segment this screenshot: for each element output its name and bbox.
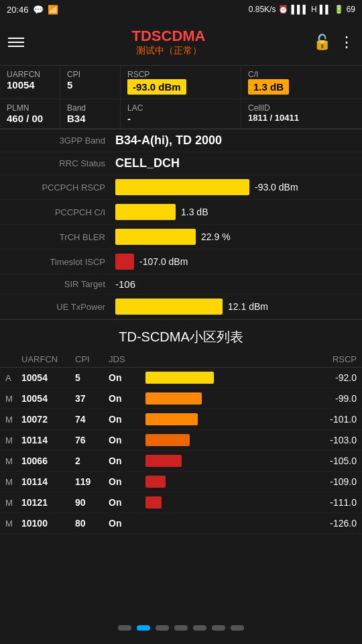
row-type: M <box>5 477 21 487</box>
table-row: M 10072 74 On -101.0 <box>0 409 362 430</box>
signal-icon: 📶 <box>48 5 58 15</box>
pccpch-rscp-bar <box>115 179 249 195</box>
row-cpi: 76 <box>75 435 109 445</box>
uarfcn-label: UARFCN <box>7 70 53 79</box>
cell-list-title: TD-SCDMA小区列表 <box>0 320 362 352</box>
page-dot-5[interactable] <box>193 625 206 631</box>
row-type: A <box>5 373 21 383</box>
row-cpi: 119 <box>75 476 109 487</box>
table-row: M 10121 90 On -111.0 <box>0 492 362 513</box>
timeslot-row: Timeslot ISCP -107.0 dBm <box>0 250 362 274</box>
plmn-value: 460 / 00 <box>7 113 53 124</box>
lac-value: - <box>127 113 234 124</box>
band-value: B34 <box>67 113 113 124</box>
table-row: M 10114 119 On -109.0 <box>0 472 362 492</box>
page-dot-6[interactable] <box>212 625 225 631</box>
battery-icon: 🔋 <box>334 5 344 14</box>
row-cpi: 90 <box>75 497 109 508</box>
row-uarfcn: 10121 <box>21 497 75 508</box>
page-dot-2[interactable] <box>137 625 150 631</box>
row-bar-container <box>145 434 310 446</box>
row-bar <box>145 372 214 384</box>
battery-level: 69 <box>347 5 355 14</box>
pccpch-rscp-bar-container: -93.0 dBm <box>115 179 354 195</box>
row-bar <box>145 413 198 425</box>
row-uarfcn: 10100 <box>21 518 75 529</box>
row-uarfcn: 10072 <box>21 414 75 425</box>
row-bar-container <box>145 496 310 508</box>
page-dot-7[interactable] <box>231 625 244 631</box>
trch-row: TrCH BLER 22.9 % <box>0 225 362 250</box>
row-jds: On <box>109 476 145 487</box>
status-left: 20:46 💬 📶 <box>7 5 58 15</box>
rrc-detail-value: CELL_DCH <box>115 156 354 170</box>
row-rscp: -111.0 <box>310 497 357 508</box>
hamburger-menu[interactable] <box>8 38 24 47</box>
timeslot-bar <box>115 254 134 270</box>
row-type: M <box>5 415 21 425</box>
table-row: M 10054 37 On -99.0 <box>0 388 362 409</box>
row-uarfcn: 10054 <box>21 393 75 404</box>
col-jds: JDS <box>109 354 145 364</box>
table-row: M 10066 2 On -105.0 <box>0 451 362 472</box>
timeslot-bar-container: -107.0 dBm <box>115 254 354 270</box>
sir-row: SIR Target -106 <box>0 274 362 294</box>
row-rscp: -92.0 <box>310 372 357 383</box>
rrc-detail-label: RRC Status <box>8 158 115 168</box>
ci-value: 1.3 dB <box>248 79 289 95</box>
row-jds: On <box>109 414 145 425</box>
rscp-value: -93.0 dBm <box>127 79 186 95</box>
lac-cell: LAC - <box>121 99 241 128</box>
pagination <box>0 625 362 631</box>
cpi-cell: CPI 5 <box>60 66 121 99</box>
row-type: M <box>5 456 21 466</box>
band-cell: Band B34 <box>60 99 121 128</box>
page-dot-3[interactable] <box>156 625 169 631</box>
rscp-label: RSCP <box>127 70 234 79</box>
row-type: M <box>5 519 21 529</box>
trch-label: TrCH BLER <box>8 232 115 242</box>
status-bar: 20:46 💬 📶 0.85K/s ⏰ ▌▌▌ H ▌▌ 🔋 69 <box>0 0 362 19</box>
plmn-cell: PLMN 460 / 00 <box>0 99 60 128</box>
row-type: M <box>5 394 21 404</box>
row-bar-container <box>145 476 310 488</box>
page-dot-1[interactable] <box>118 625 131 631</box>
app-title: TDSCDMA <box>132 28 206 45</box>
sir-label: SIR Target <box>8 279 115 289</box>
trch-bar <box>115 229 196 245</box>
cell-rows-container: A 10054 5 On -92.0 M 10054 37 On -99.0 M… <box>0 368 362 534</box>
row-cpi: 5 <box>75 372 109 383</box>
network-speed: 0.85K/s <box>249 5 276 14</box>
timeslot-value: -107.0 dBm <box>139 256 188 267</box>
row-rscp: -101.0 <box>310 414 357 425</box>
row-cpi: 74 <box>75 414 109 425</box>
detail-section: 3GPP Band B34-A(hi), TD 2000 RRC Status … <box>0 129 362 320</box>
status-time: 20:46 <box>7 5 29 15</box>
trch-value: 22.9 % <box>201 231 231 242</box>
row-bar-container <box>145 517 310 529</box>
top-info-grid: UARFCN 10054 CPI 5 RSCP -93.0 dBm C/I 1.… <box>0 66 362 129</box>
row-jds: On <box>109 372 145 383</box>
ue-value: 12.1 dBm <box>228 301 268 312</box>
col-bar <box>145 354 310 364</box>
lock-icon[interactable]: 🔓 <box>313 34 331 51</box>
wechat-icon: 💬 <box>33 5 44 15</box>
band-detail-label: 3GPP Band <box>8 136 115 146</box>
row-jds: On <box>109 497 145 508</box>
row-jds: On <box>109 518 145 529</box>
page-dot-4[interactable] <box>174 625 188 631</box>
row-uarfcn: 10114 <box>21 435 75 445</box>
row-uarfcn: 10114 <box>21 476 75 487</box>
info-row-2: PLMN 460 / 00 Band B34 LAC - CellID 1811… <box>0 99 362 129</box>
more-options-icon[interactable]: ⋮ <box>339 34 354 51</box>
timeslot-label: Timeslot ISCP <box>8 257 115 267</box>
ci-label: C/I <box>248 70 355 79</box>
ci-cell: C/I 1.3 dB <box>241 66 362 99</box>
app-title-block: TDSCDMA 测试中（正常） <box>132 28 206 57</box>
trch-bar-container: 22.9 % <box>115 229 354 245</box>
row-rscp: -103.0 <box>310 435 357 445</box>
cpi-value: 5 <box>67 79 113 91</box>
col-uarfcn: UARFCN <box>21 354 75 364</box>
row-jds: On <box>109 393 145 404</box>
band-detail-value: B34-A(hi), TD 2000 <box>115 133 354 148</box>
